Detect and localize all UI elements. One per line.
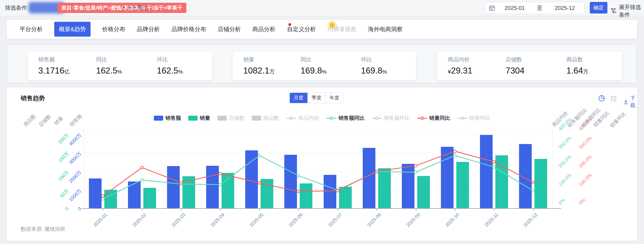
date-from-value[interactable]: 2025-01 [495, 5, 534, 11]
period-quarterly[interactable]: 季度 [308, 93, 326, 103]
point-销售额同比-2025-06[interactable] [297, 174, 300, 177]
point-销量同比-2025-05[interactable] [258, 181, 261, 184]
sales-yoy-axis-tick: 200.0% [558, 148, 579, 169]
legend-marker-sales-mom [372, 115, 382, 121]
kpi-metric-sales-yoy: 同比162.5% [96, 56, 122, 76]
module-tabs: 平台分析概要&趋势价格分布品牌分析品牌价格分布店铺分析商品分析自定义分析消费者观… [7, 20, 637, 39]
legend-item-sales[interactable]: 销售额 [154, 115, 181, 122]
tab-custom-analysis[interactable]: 自定义分析 [287, 25, 316, 33]
kpi-label-sales-mom: 环比 [157, 56, 183, 63]
data-source-note: 数据来源: 魔镜洞察 [21, 226, 66, 233]
point-销售额同比-2025-12[interactable] [532, 189, 534, 192]
point-销量同比-2025-10[interactable] [454, 150, 456, 153]
onboarding-beacon[interactable] [328, 21, 337, 29]
legend-item-avg-price[interactable]: 商品均价 [286, 115, 319, 122]
legend-marker-volume-yoy [417, 115, 427, 121]
kpi-card-2: 销量1082.1万同比169.8%环比169.8% [233, 51, 416, 80]
x-label-2025-06: 2025-06 [279, 212, 304, 237]
kpi-summary-panel: 销售额3.1716亿同比162.5%环比162.5%销量1082.1万同比169… [7, 44, 637, 83]
period-monthly[interactable]: 月度 [290, 93, 308, 103]
x-tick [103, 209, 103, 211]
x-tick [533, 209, 534, 211]
legend-item-volume[interactable]: 销量 [188, 115, 210, 122]
period-toggle: 月度季度年度 [290, 93, 343, 103]
volume-yoy-axis-tick: 100.0% [578, 166, 599, 188]
point-销量同比-2025-11[interactable] [493, 161, 495, 163]
expand-filters-button[interactable]: 展开筛选条件 [610, 4, 644, 18]
tab-brand-analysis[interactable]: 品牌分析 [137, 25, 160, 33]
x-label-2025-02: 2025-02 [122, 212, 148, 237]
point-销量同比-2025-03[interactable] [180, 181, 182, 184]
point-销售额同比-2025-09[interactable] [414, 171, 417, 173]
point-销量同比-2025-06[interactable] [297, 190, 300, 193]
tab-overseas-ecommerce[interactable]: 海外电商洞察 [368, 25, 403, 33]
legend-item-volume-yoy[interactable]: 销量同比 [417, 115, 450, 122]
follow-button[interactable]: ♥ +关注 [128, 4, 148, 11]
tab-overview-trend[interactable]: 概要&趋势 [54, 22, 91, 37]
x-label-2025-04: 2025-04 [200, 212, 226, 237]
legend-item-products[interactable]: 商品数 [252, 115, 279, 122]
x-label-2025-11: 2025-11 [474, 212, 500, 237]
tab-shop-analysis[interactable]: 店铺分析 [218, 25, 241, 33]
x-label-2025-05: 2025-05 [240, 212, 265, 237]
point-销售额同比-2025-05[interactable] [258, 154, 261, 157]
kpi-value-volume-mom: 169.8% [361, 66, 387, 76]
top-filter-bar: 筛选条件: 类目:零食/坚果/特产>蜜饯/枣类/梅/果干/冻干>苹果干 ▼ ♥ … [0, 0, 644, 16]
table-view-icon[interactable] [610, 95, 617, 103]
kpi-value-volume: 1082.1万 [243, 66, 275, 76]
point-销量同比-2025-09[interactable] [414, 164, 417, 167]
volume-yoy-axis-tick: 200.0% [578, 148, 599, 169]
kpi-metric-volume-mom: 环比169.8% [361, 56, 387, 76]
chart-legend: 销售额销量店铺数商品数商品均价销售额同比销售额环比销量同比销量环比 [7, 115, 637, 122]
pie-chart-view-icon[interactable] [598, 95, 605, 103]
sales-yoy-axis-tick: 100.0% [558, 166, 579, 188]
kpi-value-volume-yoy: 169.8% [301, 66, 326, 76]
period-yearly[interactable]: 年度 [326, 93, 343, 103]
point-销售额同比-2025-02[interactable] [141, 178, 143, 181]
point-销量同比-2025-01[interactable] [102, 194, 104, 197]
legend-item-shops[interactable]: 店铺数 [217, 115, 245, 122]
confirm-button[interactable]: 确定 [590, 2, 607, 13]
tab-brand-price-distribution[interactable]: 品牌价格分布 [171, 25, 206, 33]
tab-product-analysis[interactable]: 商品分析 [252, 25, 275, 33]
calendar-icon [489, 5, 495, 11]
tab-platform-analysis[interactable]: 平台分析 [20, 25, 43, 33]
date-to-value[interactable]: 2025-12 [545, 5, 584, 11]
kpi-label-volume-mom: 环比 [361, 56, 387, 63]
point-销量同比-2025-08[interactable] [375, 170, 378, 173]
kpi-value-product-count: 1.64万 [566, 66, 588, 76]
x-tick [259, 209, 260, 211]
point-销量同比-2025-04[interactable] [219, 172, 222, 175]
legend-label-volume-mom: 销量环比 [470, 115, 490, 122]
tab-price-distribution[interactable]: 价格分布 [102, 25, 125, 33]
point-销量同比-2025-02[interactable] [141, 166, 143, 169]
download-label: 下载 [630, 95, 637, 109]
kpi-value-avg-price: ¥29.31 [448, 66, 472, 76]
chart-plot-area [83, 129, 553, 208]
volume-yoy-axis-tick: 0% [578, 185, 599, 206]
legend-item-sales-yoy[interactable]: 销售额同比 [326, 115, 365, 122]
dashboard-page: 筛选条件: 类目:零食/坚果/特产>蜜饯/枣类/梅/果干/冻干>苹果干 ▼ ♥ … [0, 0, 644, 244]
chevron-down-icon[interactable]: ▼ [122, 5, 126, 10]
download-icon [623, 99, 629, 105]
legend-item-volume-mom[interactable]: 销量环比 [457, 115, 490, 122]
x-label-2025-08: 2025-08 [357, 212, 382, 237]
kpi-label-shop-count: 店铺数 [506, 56, 525, 63]
point-销量同比-2025-07[interactable] [336, 189, 339, 192]
point-销售额同比-2025-01[interactable] [102, 197, 104, 200]
x-label-2025-07: 2025-07 [318, 212, 343, 237]
legend-item-sales-mom[interactable]: 销售额环比 [372, 115, 410, 122]
kpi-label-volume-yoy: 同比 [301, 56, 326, 63]
point-销售额同比-2025-10[interactable] [454, 154, 456, 157]
volume-yoy-axis-tick: 300.0% [578, 129, 599, 151]
legend-label-sales-mom: 销售额环比 [384, 115, 410, 122]
point-销量同比-2025-12[interactable] [532, 181, 534, 184]
point-销售额同比-2025-11[interactable] [493, 166, 495, 168]
kpi-value-sales-mom: 162.5% [157, 66, 183, 76]
notification-dot [288, 23, 291, 26]
point-销售额同比-2025-04[interactable] [219, 183, 222, 186]
date-range-picker[interactable]: 2025-01 至 2025-12 [485, 2, 585, 14]
x-tick [142, 209, 143, 211]
sales-yoy-axis-tick: 0% [558, 185, 579, 206]
x-label-2025-12: 2025-12 [513, 212, 539, 237]
